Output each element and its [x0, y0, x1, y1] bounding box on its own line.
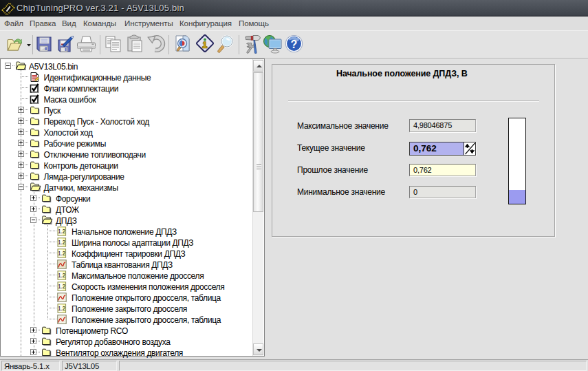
svg-text:1.2: 1.2: [58, 305, 65, 312]
svg-text:1.2: 1.2: [58, 239, 65, 246]
svg-text:1.2: 1.2: [58, 283, 65, 290]
svg-text:1.2: 1.2: [58, 250, 65, 257]
svg-text:1.2: 1.2: [58, 228, 65, 235]
svg-text:?: ?: [291, 39, 298, 50]
svg-text:1.2: 1.2: [58, 272, 65, 279]
